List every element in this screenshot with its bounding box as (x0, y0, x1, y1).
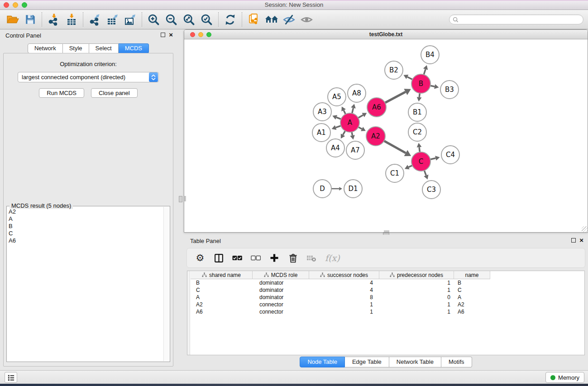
horizontal-scroll-thumb[interactable] (384, 230, 389, 232)
column-header-successor-nodes[interactable]: successor nodes (309, 271, 379, 279)
table-cell[interactable]: A (454, 294, 490, 300)
network-view-canvas[interactable]: B4B2BB3A8A5A6A3B1AC2A1A2A4A7C4CC1C3DD1 (184, 39, 588, 232)
vertical-splitter-grip[interactable] (179, 196, 182, 202)
table-cell[interactable]: A2 (454, 301, 490, 308)
zoom-in-icon[interactable] (145, 11, 163, 28)
float-table-panel-icon[interactable] (571, 238, 576, 243)
export-table-icon[interactable] (104, 11, 121, 28)
zoom-out-icon[interactable] (163, 11, 180, 28)
import-network-icon[interactable] (45, 11, 62, 28)
desktop-background (0, 384, 588, 386)
table-cell[interactable]: dominator (253, 287, 309, 293)
tab-edge-table[interactable]: Edge Table (345, 357, 389, 367)
delete-icon[interactable] (288, 252, 298, 264)
close-panel-icon[interactable]: × (169, 33, 173, 37)
table-cell[interactable]: connector (253, 309, 309, 315)
houses-icon[interactable] (263, 11, 280, 28)
graph-node-label: A5 (332, 93, 341, 101)
add-icon[interactable] (269, 252, 279, 264)
table-cell[interactable]: 1 (379, 309, 454, 315)
run-mcds-button[interactable]: Run MCDS (39, 88, 84, 98)
eye-slash-icon[interactable] (280, 11, 298, 28)
table-cell[interactable]: 0 (379, 294, 454, 300)
session-title: Session: New Session (0, 1, 588, 8)
memory-button[interactable]: Memory (545, 372, 584, 383)
toolbar-separator (242, 12, 242, 27)
result-item[interactable]: A6 (9, 237, 163, 244)
columns-icon[interactable] (214, 252, 224, 264)
table-cell[interactable]: B (191, 280, 253, 286)
table-cell[interactable]: C (191, 287, 253, 293)
graph-node-label: C2 (413, 128, 422, 136)
table-row[interactable]: Adominator80A (191, 294, 584, 301)
result-scrollbar[interactable] (163, 207, 169, 361)
network-graph[interactable]: B4B2BB3A8A5A6A3B1AC2A1A2A4A7C4CC1C3DD1 (184, 39, 588, 232)
table-cell[interactable]: 1 (309, 309, 379, 315)
table-cell[interactable]: connector (253, 301, 309, 308)
float-panel-icon[interactable] (161, 33, 165, 37)
task-list-button[interactable] (5, 372, 17, 383)
tab-node-table[interactable]: Node Table (300, 357, 345, 367)
column-header-mcds-role[interactable]: MCDS role (253, 271, 309, 279)
import-table-icon[interactable] (62, 11, 80, 28)
tab-network[interactable]: Network (28, 43, 63, 53)
settings-gear-icon[interactable]: ⚙ (195, 252, 205, 264)
table-cell[interactable]: 1 (379, 301, 454, 308)
table-cell[interactable]: 4 (309, 287, 379, 293)
criterion-select[interactable]: largest connected component (directed) (18, 72, 159, 82)
table-cell[interactable]: 8 (309, 294, 379, 300)
open-folder-icon[interactable] (4, 11, 21, 28)
search-icon (453, 17, 459, 23)
zoom-fit-icon[interactable] (180, 11, 198, 28)
export-network-icon[interactable] (86, 11, 104, 28)
window-resize-grip[interactable] (582, 226, 588, 232)
column-header-predecessor-nodes[interactable]: predecessor nodes (379, 271, 454, 279)
table-cell[interactable]: A2 (191, 301, 253, 308)
search-input[interactable] (460, 16, 580, 23)
table-row[interactable]: Bdominator41B (191, 279, 584, 286)
result-item[interactable]: C (9, 230, 163, 237)
table-cell[interactable]: C (454, 287, 490, 293)
function-icon[interactable]: f(x) (325, 252, 340, 264)
tab-style[interactable]: Style (63, 43, 89, 53)
table-cell[interactable]: B (454, 280, 490, 286)
zoom-selected-icon[interactable] (198, 11, 215, 28)
result-item[interactable]: A (9, 215, 163, 223)
table-cell[interactable]: A6 (191, 309, 253, 315)
network-window-titlebar[interactable]: testGlobe.txt (184, 30, 588, 39)
table-cell[interactable]: dominator (253, 294, 309, 300)
table-cell[interactable]: 1 (379, 287, 454, 293)
export-image-icon[interactable] (121, 11, 139, 28)
column-header-name[interactable]: name (454, 271, 490, 279)
table-row[interactable]: Cdominator41C (191, 286, 584, 294)
search-field[interactable] (449, 14, 583, 24)
table-panel-title: Table Panel (190, 238, 221, 244)
tab-motifs[interactable]: Motifs (441, 357, 472, 367)
table-cell[interactable]: 4 (309, 280, 379, 286)
table-row[interactable]: A2connector11A2 (191, 301, 584, 308)
clear-table-icon[interactable] (306, 252, 316, 264)
table-cell[interactable]: dominator (253, 280, 309, 286)
result-item[interactable]: B (9, 223, 163, 230)
toolbar-separator (142, 12, 142, 27)
table-cell[interactable]: 1 (309, 301, 379, 308)
deselect-all-icon[interactable] (251, 252, 261, 264)
table-cell[interactable]: 1 (379, 280, 454, 286)
eye-icon[interactable] (298, 11, 316, 28)
table-row[interactable]: A6connector11A6 (191, 308, 584, 315)
table-cell[interactable]: A6 (454, 309, 490, 315)
tab-mcds[interactable]: MCDS (119, 43, 149, 53)
tab-network-table[interactable]: Network Table (389, 357, 441, 367)
close-table-panel-icon[interactable]: × (579, 238, 583, 243)
close-panel-button[interactable]: Close panel (91, 88, 138, 98)
result-item[interactable]: A2 (9, 208, 163, 215)
select-all-icon[interactable] (232, 252, 242, 264)
column-header-shared-name[interactable]: shared name (191, 271, 253, 279)
mcds-result-list[interactable]: A2ABCA6 (9, 208, 163, 361)
refresh-icon[interactable] (221, 11, 239, 28)
network-from-file-icon[interactable] (245, 11, 263, 28)
save-icon[interactable] (21, 11, 39, 28)
table-cell[interactable]: A (191, 294, 253, 300)
vertical-scroll-thumb[interactable] (184, 196, 186, 201)
tab-select[interactable]: Select (89, 43, 119, 53)
